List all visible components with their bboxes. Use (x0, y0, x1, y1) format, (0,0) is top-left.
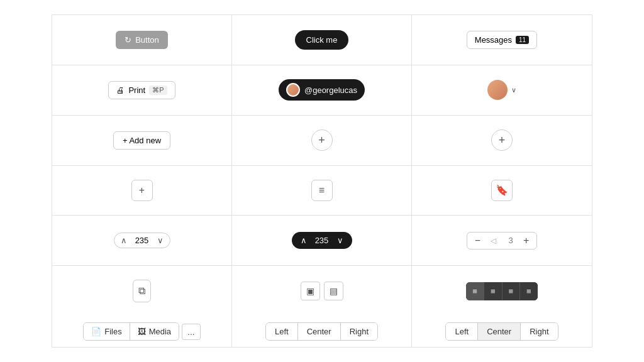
left-center-right-tabs-outline: Left Center Right (265, 322, 378, 341)
left-tab-filled[interactable]: Left (446, 323, 478, 340)
avatar-dropdown[interactable]: ∨ (487, 80, 516, 100)
align-center-btn-filled[interactable]: ≡ (484, 282, 502, 300)
qty-value: 3 (504, 236, 517, 245)
add-circle-button-center[interactable]: + (311, 129, 333, 151)
right-tab-filled[interactable]: Right (521, 323, 557, 340)
avatar-large (487, 80, 508, 100)
loading-button-label: Button (135, 35, 159, 45)
layout-btn-1[interactable]: ▣ (301, 282, 320, 300)
messages-badge: 11 (516, 36, 529, 44)
align-right-btn-filled[interactable]: ≡ (502, 282, 521, 300)
cell-r6c2: ▣ ▤ (232, 266, 412, 316)
avatar (286, 83, 300, 97)
copy-button[interactable]: ⧉ (133, 280, 151, 302)
files-tab[interactable]: 📄 Files (84, 323, 130, 340)
cell-r1c3: Messages 11 (412, 15, 592, 65)
media-tab[interactable]: 🖼 Media (130, 323, 179, 340)
cell-r7c2: Left Center Right (232, 316, 412, 347)
stepper-qty: − ◁ 3 + (467, 232, 538, 250)
layout-btn-2[interactable]: ▤ (324, 282, 343, 300)
cell-r7c1: 📄 Files 🖼 Media ... (52, 316, 232, 347)
media-label: Media (149, 327, 171, 336)
add-circle-button-right[interactable]: + (491, 129, 513, 151)
left-tab-filled-label: Left (455, 327, 469, 336)
center-tab-outline[interactable]: Center (298, 323, 341, 340)
layout-icon-1: ▣ (306, 286, 314, 296)
right-tab-label: Right (350, 327, 369, 336)
click-me-label: Click me (306, 35, 338, 45)
left-tab-label: Left (275, 327, 289, 336)
left-center-right-tabs-filled: Left Center Right (445, 322, 558, 341)
username-label: @georgelucas (304, 85, 357, 95)
align-justify-btn-filled[interactable]: ≡ (520, 282, 538, 300)
cell-r2c3: ∨ (412, 65, 592, 116)
printer-icon: 🖨 (116, 85, 125, 95)
menu-icon-button[interactable]: ≡ (311, 180, 333, 201)
left-tab-outline[interactable]: Left (266, 323, 298, 340)
cell-r6c3: ≡ ≡ ≡ ≡ (412, 266, 592, 316)
cell-r3c2: + (232, 116, 412, 166)
cell-r1c2: Click me (232, 15, 412, 65)
more-icon: ... (187, 327, 195, 337)
align-left-btn-filled[interactable]: ≡ (466, 282, 484, 300)
chevron-down-icon: ∨ (511, 86, 516, 94)
messages-button[interactable]: Messages 11 (467, 31, 537, 49)
add-new-button[interactable]: + Add new (113, 131, 170, 150)
file-icon: 📄 (91, 327, 101, 336)
plus-icon-2: + (499, 134, 506, 147)
qty-minus-btn[interactable]: − (474, 235, 482, 246)
plus-icon: + (318, 134, 325, 147)
stepper-filled-value: 235 (313, 236, 331, 245)
bookmark-icon-button[interactable]: 🔖 (491, 180, 513, 201)
stepper-filled: ∧ 235 ∨ (292, 232, 352, 249)
qty-plus-btn[interactable]: + (522, 235, 530, 246)
files-label: Files (104, 327, 121, 336)
cell-r5c2: ∧ 235 ∨ (232, 216, 412, 266)
stepper-down-btn[interactable]: ∨ (156, 236, 165, 245)
print-kbd: ⌘P (149, 85, 167, 95)
cell-r5c1: ∧ 235 ∨ (52, 216, 232, 266)
cell-r2c1: 🖨 Print ⌘P (52, 65, 232, 116)
main-grid: ↻ Button Click me Messages 11 🖨 Print ⌘P… (52, 14, 592, 348)
copy-icon: ⧉ (138, 285, 145, 297)
cell-r5c3: − ◁ 3 + (412, 216, 592, 266)
print-label: Print (128, 85, 145, 95)
cell-r3c1: + Add new (52, 116, 232, 166)
right-tab-outline[interactable]: Right (341, 323, 377, 340)
align-center-icon: ≡ (491, 287, 496, 296)
align-left-icon: ≡ (472, 287, 477, 296)
plus-icon-3: + (139, 185, 145, 196)
bookmark-icon: 🔖 (496, 184, 508, 196)
cell-r2c2: @georgelucas (232, 65, 412, 116)
cell-r3c3: + (412, 116, 592, 166)
menu-icon: ≡ (319, 185, 325, 196)
align-justify-icon: ≡ (526, 287, 531, 296)
center-tab-label: Center (307, 327, 331, 336)
right-tab-filled-label: Right (530, 327, 548, 336)
stepper-up-btn[interactable]: ∧ (119, 236, 128, 245)
files-tab-group: 📄 Files 🖼 Media ... (83, 322, 201, 341)
layout-icon-2: ▤ (330, 286, 338, 296)
qty-icon: ◁ (487, 236, 499, 245)
stepper-filled-down-btn[interactable]: ∨ (336, 236, 345, 245)
align-right-icon: ≡ (509, 287, 514, 296)
stepper-filled-up-btn[interactable]: ∧ (299, 236, 308, 245)
more-button[interactable]: ... (182, 324, 201, 340)
files-media-tabs: 📄 Files 🖼 Media (83, 322, 179, 341)
stepper-value: 235 (133, 236, 151, 245)
print-button[interactable]: 🖨 Print ⌘P (108, 81, 175, 99)
cell-r7c3: Left Center Right (412, 316, 592, 347)
plus-icon-button[interactable]: + (131, 180, 153, 201)
messages-label: Messages (475, 35, 512, 45)
user-button[interactable]: @georgelucas (279, 79, 365, 101)
stepper-outline: ∧ 235 ∨ (114, 233, 170, 248)
cell-r4c1: + (52, 166, 232, 216)
cell-r4c2: ≡ (232, 166, 412, 216)
add-new-label: + Add new (123, 136, 161, 145)
click-me-button[interactable]: Click me (295, 30, 349, 50)
media-icon: 🖼 (138, 327, 146, 336)
layout-toggle-group: ▣ ▤ (301, 282, 343, 300)
center-tab-filled[interactable]: Center (478, 323, 521, 340)
loading-button[interactable]: ↻ Button (116, 31, 168, 49)
cell-r1c1: ↻ Button (52, 15, 232, 65)
